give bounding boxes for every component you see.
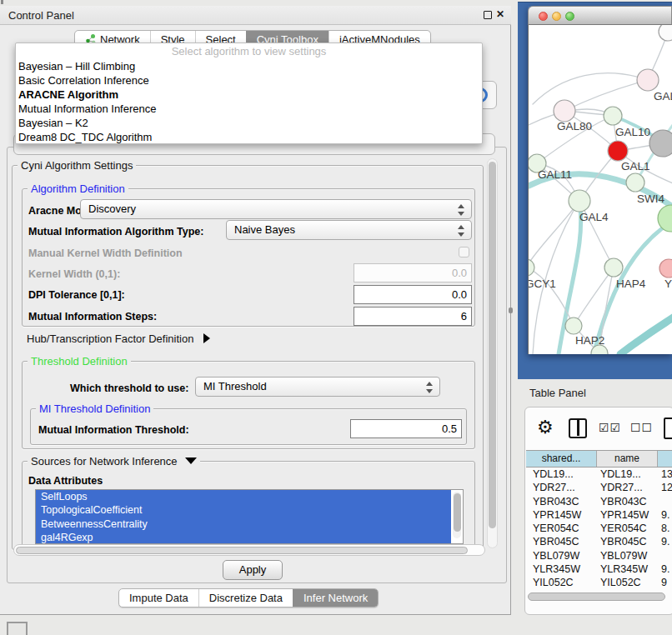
table-row[interactable]: YBL079WYBL079W — [526, 549, 672, 562]
tab-impute-data[interactable]: Impute Data — [119, 589, 198, 607]
table-cell[interactable]: YLR345W — [526, 562, 597, 576]
node-gal-pink[interactable] — [637, 69, 659, 91]
table-cell[interactable]: YDR27... — [597, 481, 658, 494]
node-gal1[interactable] — [608, 141, 628, 161]
table-row[interactable]: YPR145WYPR145W9. — [526, 508, 672, 522]
table-cell[interactable]: YBL079W — [597, 549, 658, 562]
mi-steps-field[interactable]: 6 — [354, 307, 472, 326]
table-cell[interactable]: YBR043C — [597, 495, 658, 508]
network-edge[interactable] — [620, 317, 672, 354]
network-canvas[interactable]: GALGAL80GAL10GAL1GAL11SWI4GAL4GCY1HAP4YH… — [528, 25, 672, 354]
tab-discretize-data[interactable]: Discretize Data — [198, 589, 293, 607]
control-panel-titlebar[interactable] — [0, 6, 511, 25]
node-gal80[interactable] — [554, 100, 575, 122]
attributes-scrollbar[interactable] — [453, 492, 461, 538]
table-cell[interactable]: YER054C — [597, 522, 658, 535]
scrollbar-thumb[interactable] — [528, 592, 665, 601]
list-item[interactable]: SelfLoops — [36, 490, 451, 503]
table-row[interactable]: YBR043CYBR043C — [526, 495, 672, 508]
table-cell[interactable]: 9. — [658, 535, 672, 548]
node-hap4[interactable] — [604, 258, 623, 277]
table-cell[interactable]: YBL079W — [526, 549, 597, 562]
table-cell[interactable]: 12 — [658, 481, 672, 494]
settings-vertical-scrollbar[interactable] — [487, 158, 498, 548]
scrollbar-thumb[interactable] — [454, 493, 461, 532]
table-cell[interactable]: 9. — [658, 562, 672, 576]
table-cell[interactable]: YDL19... — [526, 468, 597, 481]
mi-algorithm-type-select[interactable]: Naive Bayes — [226, 220, 472, 240]
aracne-mode-select[interactable]: Discovery — [80, 199, 472, 219]
scrollbar-thumb[interactable] — [489, 162, 496, 528]
table-row[interactable]: YER054CYER054C8. — [526, 522, 672, 535]
table-cell[interactable]: YIL052C — [526, 576, 597, 589]
table-cell[interactable]: YLR345W — [597, 562, 658, 576]
select-all-checkboxes-icon[interactable]: ☑☑ — [599, 421, 621, 434]
table-cell[interactable]: YDL19... — [597, 468, 658, 481]
mi-threshold-field[interactable]: 0.5 — [350, 419, 462, 438]
kernel-width-field[interactable]: 0.0 — [354, 263, 472, 282]
close-icon[interactable]: ✕ — [496, 8, 504, 20]
mac-minimize-icon[interactable] — [552, 12, 561, 21]
which-threshold-select[interactable]: MI Threshold — [195, 377, 440, 397]
table-cell[interactable]: YBR043C — [526, 495, 597, 508]
algorithm-option-dream8[interactable]: Dream8 DC_TDC Algorithm — [16, 130, 482, 144]
table-cell[interactable]: 13 — [658, 468, 672, 481]
table-horizontal-scrollbar[interactable] — [528, 592, 670, 602]
table-cell[interactable]: YPR145W — [597, 508, 658, 522]
algorithm-option-bayesian-hill-climbing[interactable]: Bayesian – Hill Climbing — [16, 59, 482, 73]
list-item[interactable]: TopologicalCoefficient — [36, 503, 451, 517]
mac-zoom-icon[interactable] — [565, 12, 574, 21]
table-cell[interactable]: 8. — [658, 522, 672, 535]
column-header-name[interactable]: name — [597, 451, 658, 467]
hub-definition-toggle[interactable]: Hub/Transcription Factor Definition — [27, 332, 210, 345]
table-cell[interactable]: YIL052C — [597, 576, 658, 589]
algorithm-option-aracne[interactable]: ARACNE Algorithm — [16, 88, 482, 102]
table-row[interactable]: YBR045CYBR045C9. — [526, 535, 672, 548]
table-cell[interactable]: YDR27... — [526, 481, 597, 494]
node-pink-right[interactable] — [659, 259, 672, 278]
table-row[interactable]: YIL052CYIL052C9 — [526, 576, 672, 589]
table-cell[interactable]: 9. — [658, 508, 672, 522]
tab-infer-network[interactable]: Infer Network — [293, 589, 378, 607]
table-row[interactable]: YDL19...YDL19...13 — [526, 468, 672, 481]
algorithm-option-basic-correlation[interactable]: Basic Correlation Inference — [16, 73, 482, 88]
dpi-tolerance-field[interactable]: 0.0 — [354, 285, 472, 304]
network-edge[interactable] — [529, 201, 579, 268]
table-cell[interactable]: YBR045C — [597, 535, 658, 548]
table-cell[interactable] — [658, 549, 672, 562]
scrollbar-thumb[interactable] — [16, 547, 468, 554]
node-hap2[interactable] — [565, 318, 582, 334]
manual-kernel-width-checkbox[interactable] — [459, 247, 469, 258]
float-window-icon[interactable] — [484, 11, 492, 19]
table-cell[interactable]: YER054C — [526, 522, 597, 535]
network-window-titlebar[interactable] — [528, 6, 672, 25]
list-item[interactable]: BetweennessCentrality — [36, 518, 451, 531]
node-gal4[interactable] — [569, 190, 590, 212]
table-cell[interactable]: YBR045C — [526, 535, 597, 548]
algorithm-option-mutual-information[interactable]: Mutual Information Inference — [16, 102, 482, 116]
network-edge[interactable] — [564, 80, 648, 111]
node-gal10[interactable] — [604, 107, 622, 125]
list-item[interactable]: gal4RGexp — [36, 531, 451, 544]
apply-button[interactable]: Apply — [223, 560, 283, 580]
table-cell[interactable]: YPR145W — [526, 508, 597, 522]
mac-close-icon[interactable] — [539, 12, 548, 21]
document-icon[interactable] — [664, 418, 672, 439]
column-header-shared[interactable]: shared... — [526, 451, 597, 467]
split-columns-icon[interactable] — [569, 418, 587, 438]
panel-divider-handle[interactable] — [509, 308, 513, 313]
node-swi4[interactable] — [626, 173, 644, 192]
settings-horizontal-scrollbar[interactable] — [13, 544, 485, 556]
node-gcy1[interactable] — [529, 259, 534, 276]
table-row[interactable]: YLR345WYLR345W9. — [526, 562, 672, 576]
table-cell[interactable] — [658, 495, 672, 508]
algorithm-option-bayesian-k2[interactable]: Bayesian – K2 — [16, 116, 482, 130]
column-header-partial[interactable] — [658, 451, 672, 467]
data-attributes-list[interactable]: SelfLoops TopologicalCoefficient Between… — [35, 489, 464, 544]
table-row[interactable]: YDR27...YDR27...12 — [526, 481, 672, 494]
table-cell[interactable]: 9 — [658, 576, 672, 589]
node-partial-top[interactable] — [659, 25, 672, 41]
gear-icon[interactable]: ⚙ — [537, 417, 554, 438]
deselect-all-checkboxes-icon[interactable]: ☐☐ — [630, 421, 653, 434]
node-gray[interactable] — [649, 130, 672, 157]
